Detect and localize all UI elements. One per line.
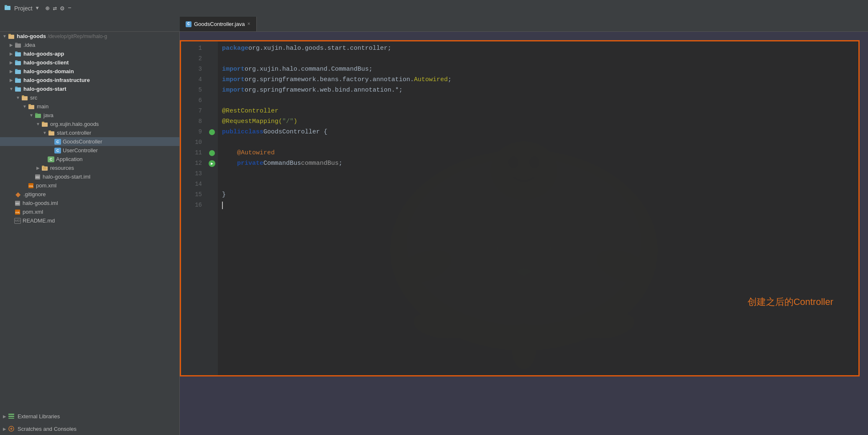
code-line-8: @RequestMapping("/") [222, 116, 854, 127]
gutter-4 [206, 74, 218, 85]
project-sidebar: ▼ halo-goods /develop/gitRep/mw/halo-g ▶… [0, 32, 180, 435]
pkg-root-arrow: ▼ [35, 122, 41, 126]
sidebar-root[interactable]: ▼ halo-goods /develop/gitRep/mw/halo-g [0, 32, 179, 41]
run-icon-9[interactable] [209, 129, 215, 135]
sidebar-item-user-controller[interactable]: C UserController [0, 146, 179, 155]
sidebar-item-client[interactable]: ▶ halo-goods-client [0, 58, 179, 67]
sidebar-item-pkg-root[interactable]: ▼ org.xujin.halo.goods [0, 120, 179, 128]
run-icon-11[interactable] [209, 150, 215, 156]
java-folder-icon [34, 113, 42, 118]
gitignore-label: .gitignore [23, 191, 46, 197]
svg-rect-13 [15, 78, 18, 79]
resources-label: resources [50, 165, 74, 171]
import-2a: org.springframework.beans.factory.annota… [245, 74, 414, 85]
sidebar-item-start-iml[interactable]: iml halo-goods-start.iml [0, 172, 179, 181]
svg-rect-16 [22, 96, 28, 100]
editor-content[interactable]: 1 2 3 4 5 6 7 8 9 10 11 12 13 14 15 16 [180, 32, 868, 435]
line-num-8: 8 [199, 116, 202, 127]
line-num-14: 14 [195, 179, 202, 189]
run-icon-12[interactable]: ▶ [209, 160, 215, 167]
root-name: halo-goods [17, 33, 46, 39]
svg-rect-0 [5, 6, 10, 10]
request-mapping-annotation: @RequestMapping( [222, 116, 282, 127]
kw-class: class [245, 127, 263, 137]
svg-rect-23 [42, 122, 44, 123]
sidebar-item-root-iml[interactable]: iml halo-goods.iml [0, 199, 179, 207]
svg-rect-5 [15, 43, 18, 44]
pom1-arrow [22, 183, 28, 188]
main-folder-icon [28, 104, 35, 110]
sidebar-scratches-consoles[interactable]: ▶ Scratches and Consoles [0, 422, 179, 435]
sidebar-item-resources[interactable]: ▶ resources [0, 164, 179, 172]
settings-icon[interactable]: ⚙ [60, 4, 64, 13]
line-num-7: 7 [199, 106, 202, 116]
sidebar-item-idea[interactable]: ▶ .idea [0, 41, 179, 49]
sidebar-item-main[interactable]: ▼ main [0, 102, 179, 111]
svg-rect-7 [15, 51, 18, 53]
title-dropdown-icon[interactable]: ▼ [36, 5, 39, 11]
sidebar-external-libraries[interactable]: ▶ External Libraries [0, 410, 179, 422]
root-path: /develop/gitRep/mw/halo-g [48, 33, 107, 39]
line-num-2: 2 [199, 54, 202, 64]
code-line-10 [222, 137, 854, 148]
line-num-1: 1 [199, 43, 202, 54]
svg-text:iml: iml [15, 202, 19, 205]
sidebar-item-application[interactable]: C External Libraries Application [0, 155, 179, 164]
svg-rect-14 [15, 87, 21, 92]
application-arrow [42, 157, 48, 161]
application-label-text: Application [56, 156, 83, 162]
domain-label: halo-goods-domain [23, 68, 74, 74]
sidebar-item-readme[interactable]: MD README.md [0, 216, 179, 225]
svg-rect-19 [28, 104, 31, 105]
sidebar-item-src[interactable]: ▼ src [0, 93, 179, 102]
sync-icon[interactable]: ⇄ [53, 4, 57, 13]
svg-rect-18 [28, 105, 34, 109]
gutter-8 [206, 116, 218, 127]
tab-java-icon: C [186, 21, 191, 27]
sidebar-item-pom2[interactable]: XML pom.xml [0, 207, 179, 216]
gutter-15 [206, 189, 218, 200]
code-panel[interactable]: 1 2 3 4 5 6 7 8 9 10 11 12 13 14 15 16 [180, 40, 860, 376]
svg-rect-12 [15, 79, 21, 83]
code-line-16[interactable] [222, 200, 854, 210]
svg-rect-2 [8, 35, 14, 39]
sidebar-item-gitignore[interactable]: ◆ .gitignore [0, 190, 179, 199]
gutter-2 [206, 54, 218, 64]
gitignore-arrow [8, 192, 14, 197]
root-iml-icon: iml [14, 200, 21, 206]
tab-goods-controller[interactable]: C GoodsController.java × [180, 17, 257, 31]
gutter-5 [206, 85, 218, 95]
controller-pkg-folder-icon [48, 130, 55, 136]
gutter-12-run[interactable]: ▶ [206, 158, 218, 169]
sidebar-item-goods-controller[interactable]: C GoodsController [0, 137, 179, 146]
sidebar-item-pom1[interactable]: XML pom.xml [0, 181, 179, 190]
sidebar-item-infra[interactable]: ▶ halo-goods-infrastructure [0, 76, 179, 84]
tab-close-icon[interactable]: × [247, 21, 250, 27]
sidebar-item-domain[interactable]: ▶ halo-goods-domain [0, 67, 179, 76]
client-label: halo-goods-client [23, 59, 69, 66]
code-line-11: @Autowired [222, 148, 854, 158]
project-title: Project [14, 5, 33, 12]
gutter-9-run[interactable] [206, 127, 218, 137]
sidebar-item-controller-pkg[interactable]: ▼ start.controller [0, 128, 179, 137]
code-line-13 [222, 169, 854, 179]
scratches-label: Scratches and Consoles [18, 426, 77, 432]
goods-controller-label: GoodsController [63, 138, 102, 145]
svg-rect-17 [22, 95, 24, 97]
main-layout: ▼ halo-goods /develop/gitRep/mw/halo-g ▶… [0, 32, 868, 435]
svg-rect-3 [8, 34, 11, 35]
class-name-text: GoodsController { [263, 127, 327, 137]
sidebar-item-start[interactable]: ▼ halo-goods-start [0, 84, 179, 93]
controller-pkg-label: start.controller [57, 130, 91, 136]
ext-lib-arrow: ▶ [2, 414, 8, 419]
sidebar-item-app[interactable]: ▶ halo-goods-app [0, 49, 179, 58]
start-iml-icon: iml [34, 174, 41, 180]
code-line-7: @RestController [222, 106, 854, 116]
minimize-icon[interactable]: – [68, 4, 72, 13]
code-body[interactable]: package org.xujin.halo.goods.start.contr… [218, 41, 858, 375]
gutter-11-run[interactable] [206, 148, 218, 158]
sidebar-item-java[interactable]: ▼ java [0, 111, 179, 120]
kw-import-1: import [222, 64, 245, 74]
add-icon[interactable]: ⊕ [46, 4, 50, 13]
svg-rect-24 [49, 131, 54, 136]
